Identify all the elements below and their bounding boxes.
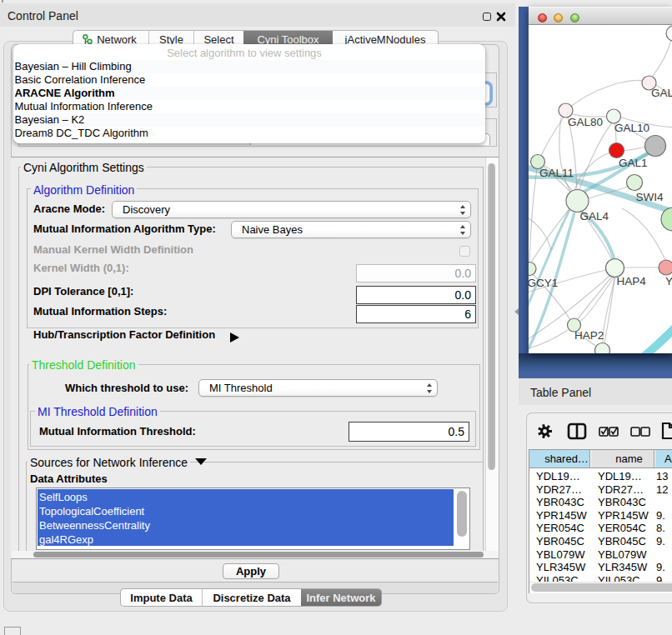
svg-text:HAP4: HAP4 <box>617 275 647 288</box>
svg-text:GCY1: GCY1 <box>529 277 558 289</box>
svg-text:HAP2: HAP2 <box>574 329 604 342</box>
svg-text:GAL4: GAL4 <box>580 210 609 222</box>
svg-text:GAL1: GAL1 <box>619 157 648 169</box>
svg-text:SWI4: SWI4 <box>636 191 664 203</box>
svg-text:Y: Y <box>665 275 672 288</box>
svg-text:GAL80: GAL80 <box>568 116 603 128</box>
svg-text:GAL: GAL <box>651 87 672 99</box>
svg-text:GAL10: GAL10 <box>614 122 649 134</box>
svg-text:GAL11: GAL11 <box>539 167 574 179</box>
